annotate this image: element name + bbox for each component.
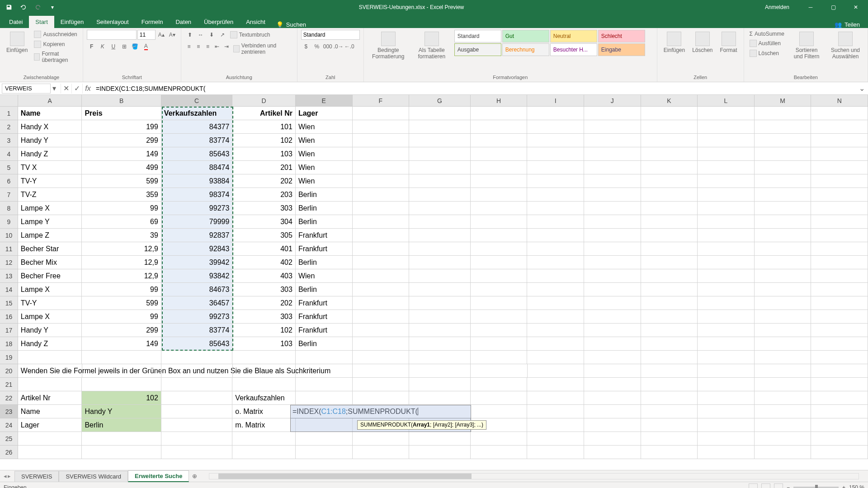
cell[interactable] bbox=[161, 405, 233, 418]
cell[interactable] bbox=[296, 391, 353, 405]
col-header-h[interactable]: H bbox=[471, 95, 528, 107]
cell[interactable] bbox=[584, 229, 641, 242]
style-input[interactable]: Eingabe bbox=[598, 43, 645, 56]
cell[interactable] bbox=[353, 215, 410, 229]
cell[interactable] bbox=[409, 161, 471, 174]
cell[interactable] bbox=[811, 405, 868, 418]
sheet-tab-1[interactable]: SVERWEIS bbox=[14, 471, 59, 482]
cell[interactable]: 93884 bbox=[161, 174, 233, 188]
cell[interactable] bbox=[755, 310, 811, 324]
cell[interactable] bbox=[755, 269, 811, 283]
cell[interactable] bbox=[755, 418, 811, 432]
cell[interactable] bbox=[755, 337, 811, 351]
cell[interactable] bbox=[527, 337, 584, 351]
cell[interactable]: Becher Star bbox=[18, 242, 82, 256]
cell[interactable] bbox=[811, 269, 868, 283]
cell[interactable] bbox=[641, 432, 698, 446]
cell[interactable]: 83774 bbox=[161, 324, 233, 337]
cell[interactable]: 98374 bbox=[161, 188, 233, 202]
cell[interactable] bbox=[584, 351, 641, 364]
cell[interactable] bbox=[353, 161, 410, 174]
col-header-g[interactable]: G bbox=[409, 95, 471, 107]
format-as-table-button[interactable]: Als Tabelle formatieren bbox=[411, 30, 453, 61]
cell[interactable] bbox=[18, 378, 82, 391]
cell[interactable] bbox=[698, 283, 755, 296]
percent-button[interactable]: % bbox=[312, 42, 322, 52]
cell[interactable] bbox=[811, 364, 868, 378]
cut-button[interactable]: Ausschneiden bbox=[32, 30, 79, 39]
cell[interactable]: Artikel Nr bbox=[232, 107, 296, 120]
cell[interactable] bbox=[409, 310, 471, 324]
formula-input[interactable] bbox=[93, 85, 859, 92]
cell[interactable] bbox=[584, 296, 641, 310]
cell[interactable]: 12,9 bbox=[82, 242, 161, 256]
cell[interactable]: 83774 bbox=[161, 134, 233, 147]
cell[interactable] bbox=[527, 296, 584, 310]
cell[interactable]: Lager bbox=[296, 107, 353, 120]
cell[interactable] bbox=[584, 242, 641, 256]
cell[interactable] bbox=[527, 310, 584, 324]
cell[interactable] bbox=[698, 337, 755, 351]
row-header[interactable]: 10 bbox=[0, 229, 18, 242]
cell[interactable] bbox=[755, 256, 811, 269]
tab-view[interactable]: Ansicht bbox=[240, 16, 272, 28]
cell[interactable] bbox=[755, 432, 811, 446]
cell[interactable] bbox=[641, 134, 698, 147]
cell[interactable]: Berlin bbox=[296, 256, 353, 269]
cell[interactable]: 84673 bbox=[161, 283, 233, 296]
cell[interactable] bbox=[409, 351, 471, 364]
cell[interactable]: Lampe X bbox=[18, 283, 82, 296]
italic-button[interactable]: K bbox=[98, 42, 108, 52]
cell[interactable] bbox=[161, 432, 233, 446]
align-top[interactable]: ⬆ bbox=[185, 30, 195, 40]
col-header-l[interactable]: L bbox=[698, 95, 755, 107]
cell[interactable]: Wien bbox=[296, 134, 353, 147]
cell[interactable]: 199 bbox=[82, 120, 161, 134]
row-header[interactable]: 25 bbox=[0, 432, 18, 446]
cell[interactable] bbox=[353, 324, 410, 337]
cell[interactable] bbox=[409, 147, 471, 161]
cell[interactable] bbox=[409, 378, 471, 391]
row-header[interactable]: 16 bbox=[0, 310, 18, 324]
cell[interactable] bbox=[471, 134, 528, 147]
cell[interactable] bbox=[353, 174, 410, 188]
cell[interactable] bbox=[755, 391, 811, 405]
cell[interactable] bbox=[811, 391, 868, 405]
cell[interactable]: 403 bbox=[232, 269, 296, 283]
cell[interactable] bbox=[641, 378, 698, 391]
cell[interactable] bbox=[698, 432, 755, 446]
cell[interactable] bbox=[584, 174, 641, 188]
cell[interactable] bbox=[527, 256, 584, 269]
cell[interactable] bbox=[584, 324, 641, 337]
cell[interactable]: 303 bbox=[232, 310, 296, 324]
cell[interactable]: 599 bbox=[82, 174, 161, 188]
cell[interactable] bbox=[409, 242, 471, 256]
cell[interactable]: 202 bbox=[232, 296, 296, 310]
cell[interactable] bbox=[296, 432, 353, 446]
cell[interactable] bbox=[527, 120, 584, 134]
cell[interactable] bbox=[641, 324, 698, 337]
cell[interactable] bbox=[755, 405, 811, 418]
cell[interactable] bbox=[641, 147, 698, 161]
select-all-corner[interactable] bbox=[0, 95, 18, 107]
cell[interactable] bbox=[584, 188, 641, 202]
cell[interactable] bbox=[755, 296, 811, 310]
cell[interactable] bbox=[232, 351, 296, 364]
row-header[interactable]: 14 bbox=[0, 283, 18, 296]
name-box[interactable]: VERWEIS bbox=[2, 84, 51, 94]
col-header-c[interactable]: C bbox=[161, 95, 233, 107]
cell[interactable]: 88474 bbox=[161, 161, 233, 174]
cell[interactable] bbox=[811, 174, 868, 188]
cell[interactable] bbox=[353, 120, 410, 134]
cell[interactable]: 599 bbox=[82, 296, 161, 310]
cell[interactable] bbox=[641, 269, 698, 283]
cell[interactable] bbox=[527, 107, 584, 120]
cell[interactable] bbox=[755, 161, 811, 174]
cell[interactable] bbox=[584, 107, 641, 120]
style-neutral[interactable]: Neutral bbox=[550, 30, 597, 42]
cell[interactable] bbox=[641, 310, 698, 324]
horizontal-scrollbar[interactable] bbox=[209, 473, 859, 479]
cell[interactable] bbox=[755, 229, 811, 242]
cancel-formula-button[interactable]: ✕ bbox=[61, 84, 71, 94]
cell[interactable]: Becher Free bbox=[18, 269, 82, 283]
